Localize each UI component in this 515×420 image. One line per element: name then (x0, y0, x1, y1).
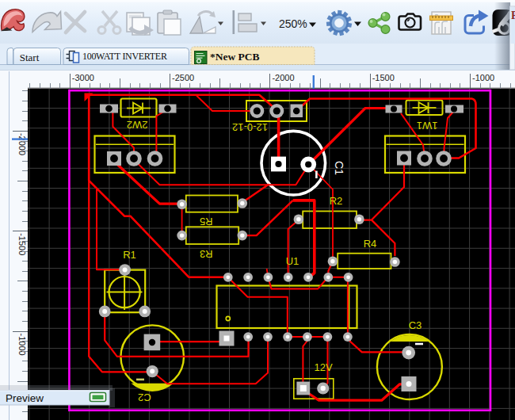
svg-text:R4: R4 (364, 238, 377, 250)
svg-text:-3000: -3000 (72, 73, 94, 82)
svg-text:-1500: -1500 (17, 233, 27, 255)
svg-text:100WATT INVERTER: 100WATT INVERTER (82, 51, 167, 62)
svg-text:C1: C1 (333, 161, 345, 175)
svg-text:Start: Start (20, 52, 40, 63)
svg-text:250%: 250% (279, 17, 307, 30)
svg-text:Preview: Preview (6, 392, 44, 404)
svg-text:*New PCB: *New PCB (210, 51, 260, 63)
svg-text:-2500: -2500 (172, 73, 194, 82)
svg-text:R3: R3 (200, 248, 213, 260)
svg-text:12-0-12: 12-0-12 (232, 121, 268, 133)
svg-text:1W1: 1W1 (417, 120, 438, 132)
svg-text:C3: C3 (409, 319, 422, 331)
svg-text:R2: R2 (330, 195, 343, 207)
svg-text:-1000: -1000 (17, 334, 27, 356)
svg-text:C2: C2 (138, 391, 151, 403)
svg-text:R5: R5 (200, 216, 213, 227)
svg-text:2W2: 2W2 (127, 119, 148, 131)
svg-text:-2000: -2000 (17, 133, 27, 155)
svg-text:-1000: -1000 (472, 73, 494, 82)
svg-text:-1500: -1500 (372, 73, 395, 82)
svg-text:12V: 12V (314, 361, 332, 373)
svg-text:U1: U1 (286, 255, 299, 267)
svg-text:-2000: -2000 (272, 73, 294, 82)
svg-text:P: P (511, 10, 515, 21)
svg-text:R1: R1 (123, 249, 136, 261)
